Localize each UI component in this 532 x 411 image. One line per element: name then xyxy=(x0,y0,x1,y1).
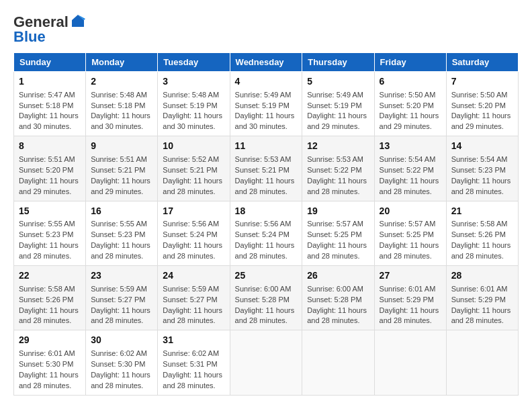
sunset-label: Sunset: 5:26 PM xyxy=(451,230,506,238)
sunset-label: Sunset: 5:23 PM xyxy=(91,230,145,238)
daylight-label: Daylight: 11 hours and 28 minutes. xyxy=(451,306,511,325)
sunset-label: Sunset: 5:24 PM xyxy=(235,230,290,238)
column-header-thursday: Thursday xyxy=(302,53,374,72)
calendar-cell: 14Sunrise: 5:54 AMSunset: 5:23 PMDayligh… xyxy=(446,136,518,201)
calendar-cell xyxy=(374,330,446,395)
week-row-4: 22Sunrise: 5:58 AMSunset: 5:26 PMDayligh… xyxy=(14,266,519,330)
calendar-cell: 25Sunrise: 6:00 AMSunset: 5:28 PMDayligh… xyxy=(230,266,302,330)
sunset-label: Sunset: 5:30 PM xyxy=(19,360,73,368)
day-info: Sunrise: 5:49 AMSunset: 5:19 PMDaylight:… xyxy=(307,90,369,133)
sunset-label: Sunset: 5:23 PM xyxy=(19,230,73,238)
calendar-cell: 12Sunrise: 5:53 AMSunset: 5:22 PMDayligh… xyxy=(302,136,374,201)
day-number: 23 xyxy=(91,269,152,283)
daylight-label: Daylight: 11 hours and 28 minutes. xyxy=(307,177,367,195)
sunset-label: Sunset: 5:27 PM xyxy=(163,295,217,304)
sunrise-label: Sunrise: 5:50 AM xyxy=(451,91,508,99)
sunset-label: Sunset: 5:19 PM xyxy=(163,101,217,109)
sunrise-label: Sunrise: 5:52 AM xyxy=(163,155,219,163)
sunrise-label: Sunrise: 6:00 AM xyxy=(307,285,363,293)
sunset-label: Sunset: 5:25 PM xyxy=(380,230,434,238)
daylight-label: Daylight: 11 hours and 29 minutes. xyxy=(307,111,367,130)
sunrise-label: Sunrise: 5:51 AM xyxy=(19,155,75,163)
daylight-label: Daylight: 11 hours and 28 minutes. xyxy=(307,241,367,260)
column-header-friday: Friday xyxy=(374,53,446,72)
week-row-5: 29Sunrise: 6:01 AMSunset: 5:30 PMDayligh… xyxy=(14,330,519,395)
day-number: 4 xyxy=(235,75,298,89)
day-info: Sunrise: 5:56 AMSunset: 5:24 PMDaylight:… xyxy=(235,219,298,262)
daylight-label: Daylight: 11 hours and 28 minutes. xyxy=(19,371,79,390)
sunrise-label: Sunrise: 5:50 AM xyxy=(380,91,436,99)
day-info: Sunrise: 6:01 AMSunset: 5:30 PMDaylight:… xyxy=(19,349,81,392)
column-header-tuesday: Tuesday xyxy=(158,53,230,72)
calendar-cell: 13Sunrise: 5:54 AMSunset: 5:22 PMDayligh… xyxy=(374,136,446,201)
day-info: Sunrise: 5:55 AMSunset: 5:23 PMDaylight:… xyxy=(91,219,152,262)
sunrise-label: Sunrise: 5:49 AM xyxy=(307,91,363,99)
daylight-label: Daylight: 11 hours and 30 minutes. xyxy=(235,111,295,130)
sunrise-label: Sunrise: 5:58 AM xyxy=(19,285,75,293)
day-info: Sunrise: 5:56 AMSunset: 5:24 PMDaylight:… xyxy=(163,219,224,262)
calendar-cell: 2Sunrise: 5:48 AMSunset: 5:18 PMDaylight… xyxy=(86,72,158,136)
day-number: 25 xyxy=(235,269,298,283)
day-info: Sunrise: 5:58 AMSunset: 5:26 PMDaylight:… xyxy=(19,284,81,327)
day-info: Sunrise: 5:57 AMSunset: 5:25 PMDaylight:… xyxy=(307,219,369,262)
day-number: 11 xyxy=(235,140,298,153)
daylight-label: Daylight: 11 hours and 28 minutes. xyxy=(19,241,79,260)
sunrise-label: Sunrise: 5:54 AM xyxy=(451,155,508,163)
sunrise-label: Sunrise: 5:53 AM xyxy=(235,155,292,163)
week-row-3: 15Sunrise: 5:55 AMSunset: 5:23 PMDayligh… xyxy=(14,201,519,265)
day-info: Sunrise: 5:54 AMSunset: 5:23 PMDaylight:… xyxy=(451,154,513,197)
logo-blue-text: Blue xyxy=(13,28,46,46)
daylight-label: Daylight: 11 hours and 28 minutes. xyxy=(91,371,150,390)
sunset-label: Sunset: 5:21 PM xyxy=(163,166,217,174)
calendar-cell: 9Sunrise: 5:51 AMSunset: 5:21 PMDaylight… xyxy=(86,136,158,201)
sunset-label: Sunset: 5:21 PM xyxy=(235,166,290,174)
calendar-cell: 22Sunrise: 5:58 AMSunset: 5:26 PMDayligh… xyxy=(14,266,86,330)
calendar-cell: 6Sunrise: 5:50 AMSunset: 5:20 PMDaylight… xyxy=(374,72,446,136)
sunrise-label: Sunrise: 5:53 AM xyxy=(307,155,363,163)
daylight-label: Daylight: 11 hours and 30 minutes. xyxy=(19,111,79,130)
sunrise-label: Sunrise: 6:00 AM xyxy=(235,285,292,293)
day-info: Sunrise: 5:51 AMSunset: 5:21 PMDaylight:… xyxy=(91,154,152,197)
sunrise-label: Sunrise: 5:54 AM xyxy=(380,155,436,163)
day-info: Sunrise: 5:48 AMSunset: 5:19 PMDaylight:… xyxy=(163,90,224,133)
calendar-cell: 29Sunrise: 6:01 AMSunset: 5:30 PMDayligh… xyxy=(14,330,86,395)
day-number: 15 xyxy=(19,205,81,218)
sunrise-label: Sunrise: 6:02 AM xyxy=(91,349,147,357)
daylight-label: Daylight: 11 hours and 28 minutes. xyxy=(235,177,295,195)
svg-marker-0 xyxy=(72,15,84,27)
daylight-label: Daylight: 11 hours and 30 minutes. xyxy=(163,111,222,130)
daylight-label: Daylight: 11 hours and 29 minutes. xyxy=(380,111,439,130)
calendar-cell: 24Sunrise: 5:59 AMSunset: 5:27 PMDayligh… xyxy=(158,266,230,330)
sunset-label: Sunset: 5:25 PM xyxy=(307,230,361,238)
calendar-cell xyxy=(446,330,518,395)
day-info: Sunrise: 5:47 AMSunset: 5:18 PMDaylight:… xyxy=(19,90,81,133)
sunset-label: Sunset: 5:20 PM xyxy=(380,101,434,109)
sunset-label: Sunset: 5:28 PM xyxy=(307,295,361,304)
calendar-cell: 16Sunrise: 5:55 AMSunset: 5:23 PMDayligh… xyxy=(86,201,158,265)
sunset-label: Sunset: 5:18 PM xyxy=(91,101,145,109)
calendar-cell: 30Sunrise: 6:02 AMSunset: 5:30 PMDayligh… xyxy=(86,330,158,395)
daylight-label: Daylight: 11 hours and 29 minutes. xyxy=(451,111,511,130)
day-info: Sunrise: 5:58 AMSunset: 5:26 PMDaylight:… xyxy=(451,219,513,262)
sunset-label: Sunset: 5:24 PM xyxy=(163,230,217,238)
sunset-label: Sunset: 5:27 PM xyxy=(91,295,145,304)
sunrise-label: Sunrise: 6:01 AM xyxy=(451,285,508,293)
calendar-cell: 5Sunrise: 5:49 AMSunset: 5:19 PMDaylight… xyxy=(302,72,374,136)
day-number: 8 xyxy=(19,140,81,153)
day-number: 20 xyxy=(380,205,441,218)
daylight-label: Daylight: 11 hours and 28 minutes. xyxy=(307,306,367,325)
sunset-label: Sunset: 5:31 PM xyxy=(163,360,217,368)
day-info: Sunrise: 6:02 AMSunset: 5:30 PMDaylight:… xyxy=(91,349,152,392)
sunrise-label: Sunrise: 5:55 AM xyxy=(19,220,75,228)
calendar-cell: 28Sunrise: 6:01 AMSunset: 5:29 PMDayligh… xyxy=(446,266,518,330)
calendar-cell xyxy=(302,330,374,395)
sunrise-label: Sunrise: 6:02 AM xyxy=(163,349,219,357)
daylight-label: Daylight: 11 hours and 28 minutes. xyxy=(163,177,222,195)
daylight-label: Daylight: 11 hours and 28 minutes. xyxy=(380,306,439,325)
day-number: 21 xyxy=(451,205,513,218)
sunset-label: Sunset: 5:19 PM xyxy=(235,101,290,109)
sunset-label: Sunset: 5:20 PM xyxy=(19,166,73,174)
logo: General Blue xyxy=(13,13,85,46)
calendar-cell: 10Sunrise: 5:52 AMSunset: 5:21 PMDayligh… xyxy=(158,136,230,201)
day-number: 16 xyxy=(91,205,152,218)
